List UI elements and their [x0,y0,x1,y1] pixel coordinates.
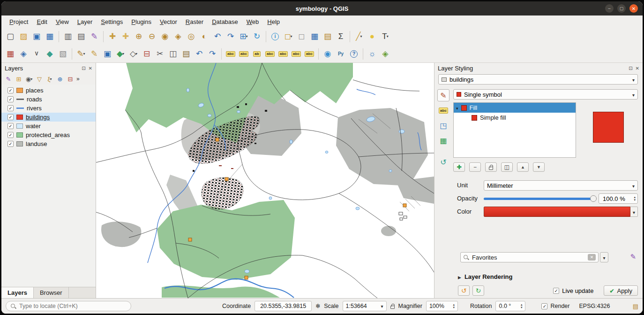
checkbox-icon[interactable] [553,288,559,294]
open-project-icon[interactable]: ▨ [17,31,30,43]
python-console-icon[interactable]: Py [335,48,347,60]
spin-arrows-icon[interactable] [519,303,523,309]
menu-web[interactable]: Web [242,17,263,27]
undo-style-button[interactable]: ↺ [458,285,470,296]
duplicate-symbol-layer-button[interactable]: ◫ [501,162,513,172]
layer-visibility-checkbox[interactable] [7,141,14,147]
label-options-icon[interactable]: abc [303,48,315,60]
layer-visibility-checkbox[interactable] [7,132,14,138]
render-checkbox[interactable]: Render [541,303,569,309]
layer-row-rivers[interactable]: rivers [1,104,96,113]
menu-vector[interactable]: Vector [156,17,181,27]
remove-layer-icon[interactable]: ⊟ [66,74,75,84]
spin-arrows-icon[interactable] [632,196,636,201]
toolbar-overflow-icon[interactable]: » [76,76,80,82]
redo-icon[interactable]: ↷ [206,48,218,60]
osm-tools-icon[interactable]: ◈ [379,48,391,60]
opacity-spinbox[interactable]: 100.0 % [599,193,638,204]
new-shapefile-layer-icon[interactable]: V [30,48,43,60]
style-filter-box[interactable]: ✕ [460,252,599,262]
new-print-layout-icon[interactable]: ▥ [62,31,74,43]
save-project-icon[interactable]: ▣ [30,31,43,43]
save-project-as-icon[interactable]: ▦ [44,31,56,43]
locate-search[interactable] [6,301,131,311]
layer-row-roads[interactable]: roads [1,95,96,104]
expander-icon[interactable] [456,104,458,111]
layer-visibility-checkbox[interactable] [7,87,14,93]
layer-diagram-icon[interactable]: abc [238,48,250,60]
view-3d-tab[interactable]: ◳ [437,119,449,131]
layer-selector-combo[interactable]: buildings [438,74,638,85]
add-feature-icon[interactable]: ◆▾ [114,48,127,60]
identify-features-icon[interactable]: i [269,31,281,43]
new-geopackage-layer-icon[interactable]: ◆ [44,48,56,60]
move-down-button[interactable]: ▼ [533,162,545,172]
panel-float-icon[interactable]: ⊡ [629,66,632,71]
layer-row-landuse[interactable]: landuse [1,139,96,148]
apply-button[interactable]: Apply [604,285,638,296]
zoom-next-icon[interactable]: ↷ [225,31,237,43]
clear-search-icon[interactable]: ✕ [588,254,596,261]
add-symbol-layer-button[interactable]: ✚ [453,162,465,172]
panel-float-icon[interactable]: ⊡ [82,66,85,71]
tab-layers[interactable]: Layers [1,287,34,298]
filter-expression-icon[interactable]: ξ▾ [45,74,54,84]
unit-combo[interactable]: Millimeter [484,180,638,191]
minimize-button[interactable]: – [605,4,614,13]
layer-visibility-checkbox[interactable] [7,96,14,102]
menu-raster[interactable]: Raster [181,17,208,27]
highlight-labels-icon[interactable]: abc [290,48,302,60]
text-annotation-icon[interactable]: T▾ [379,31,391,43]
menu-settings[interactable]: Settings [97,17,127,27]
map-tips-icon[interactable]: ● [366,31,378,43]
layer-row-places[interactable]: places [1,86,96,95]
history-tab[interactable]: ↺ [437,156,449,168]
style-filter-dropdown[interactable] [600,252,608,262]
field-calculator-icon[interactable]: ▤ [322,31,334,43]
opacity-slider[interactable] [484,198,596,200]
locate-input[interactable] [19,303,127,309]
magnifier-spinbox[interactable]: 100% [426,301,458,311]
undo-icon[interactable]: ↶ [193,48,205,60]
messages-log-icon[interactable]: ▤ [633,303,638,310]
diagrams-tab[interactable]: ▦ [437,134,449,146]
delete-selected-icon[interactable]: ⊟ [141,48,153,60]
current-edits-icon[interactable]: ✎▾ [75,48,87,60]
tab-browser[interactable]: Browser [34,287,69,298]
crs-indicator[interactable]: EPSG:4326 [579,303,610,309]
zoom-in-icon[interactable]: ⊕ [133,31,145,43]
maximize-button[interactable]: ▢ [617,4,626,13]
new-map-view-icon[interactable]: ⊞▾ [238,31,250,43]
deselect-features-icon[interactable]: ◻ [295,31,307,43]
help-icon[interactable]: ? [348,48,360,60]
menu-database[interactable]: Database [208,17,242,27]
zoom-native-icon[interactable]: ◉ [159,31,171,43]
coordinate-box[interactable] [255,301,312,311]
processing-toolbox-icon[interactable]: ☼ [366,48,378,60]
menu-edit[interactable]: Edit [32,17,51,27]
layer-labeling-icon[interactable]: abc [225,48,237,60]
zoom-to-selection-icon[interactable]: ◎ [185,31,197,43]
zoom-last-icon[interactable]: ↶ [211,31,224,43]
layer-visibility-checkbox[interactable] [7,114,14,120]
refresh-map-icon[interactable]: ↻ [251,31,263,43]
pan-map-icon[interactable]: ✚ [106,31,119,43]
color-button[interactable] [484,207,638,217]
layer-visibility-checkbox[interactable] [7,123,14,129]
menu-help[interactable]: Help [263,17,284,27]
extents-icon[interactable]: ✻ [315,303,320,309]
rotation-spinbox[interactable]: 0.0 ° [495,301,525,311]
new-temporary-layer-icon[interactable]: ▧ [57,48,69,60]
layer-row-protected-areas[interactable]: protected_areas [1,131,96,139]
style-filter-input[interactable] [472,254,585,261]
color-dropdown[interactable] [630,207,638,217]
open-layer-styling-icon[interactable]: ✎ [4,74,13,84]
move-up-button[interactable]: ▲ [517,162,529,172]
symbology-tab[interactable]: ✎ [437,89,449,101]
zoom-to-layer-icon[interactable]: ◐ [198,31,210,43]
style-manager-icon[interactable]: ✎ [630,253,636,261]
move-label-icon[interactable]: ab [251,48,263,60]
lock-scale-icon[interactable] [390,306,395,309]
zoom-full-icon[interactable]: ◈ [172,31,184,43]
spin-arrows-icon[interactable] [451,303,455,309]
